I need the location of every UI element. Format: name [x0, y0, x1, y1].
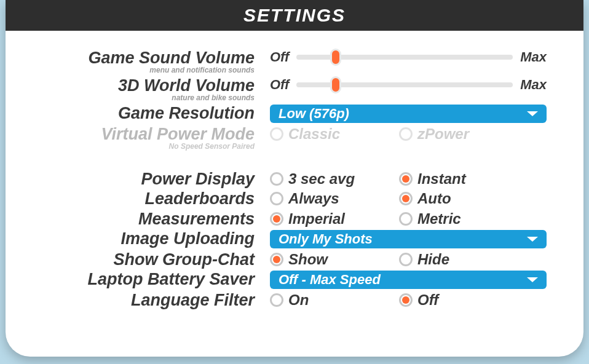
radio-group-chat: Show Hide	[270, 251, 547, 268]
label-language-filter: Language Filter	[131, 291, 255, 309]
radio-show[interactable]: Show	[270, 251, 399, 268]
slider-track[interactable]	[296, 55, 513, 60]
slider-thumb[interactable]	[330, 76, 341, 93]
label-measurements: Measurements	[138, 210, 255, 228]
row-leaderboards: Leaderboards Always Auto	[42, 190, 547, 207]
slider-min-label: Off	[270, 49, 289, 65]
radio-hide[interactable]: Hide	[399, 251, 449, 268]
radio-power-display: 3 sec avg Instant	[270, 170, 547, 188]
radio-metric[interactable]: Metric	[399, 210, 461, 228]
row-virtual-power-mode: Virtual Power Mode No Speed Sensor Paire…	[42, 125, 547, 151]
radio-label: Metric	[417, 210, 461, 228]
radio-icon[interactable]	[270, 293, 283, 307]
radio-label: Always	[288, 190, 339, 207]
slider-max-label: Max	[520, 77, 547, 93]
slider-3d-world-volume[interactable]: Off Max	[270, 77, 547, 93]
label-show-group-chat: Show Group-Chat	[114, 250, 255, 269]
radio-label: On	[288, 291, 309, 309]
label-image-uploading: Image Uploading	[121, 229, 255, 248]
radio-zpower: zPower	[399, 125, 469, 143]
radio-virtual-power-mode: Classic zPower	[270, 125, 547, 143]
row-measurements: Measurements Imperial Metric	[42, 210, 547, 228]
radio-auto[interactable]: Auto	[399, 190, 451, 207]
chevron-down-icon	[527, 237, 538, 242]
radio-icon	[270, 127, 283, 141]
radio-classic: Classic	[270, 125, 399, 143]
radio-icon[interactable]	[399, 253, 413, 266]
radio-label: Off	[417, 291, 438, 309]
slider-min-label: Off	[270, 77, 289, 93]
radio-label: Classic	[288, 125, 340, 143]
dropdown-value: Low (576p)	[279, 106, 349, 122]
radio-icon	[399, 127, 413, 141]
radio-icon[interactable]	[270, 253, 283, 266]
settings-panel: SETTINGS Game Sound Volume menu and noti…	[6, 0, 583, 357]
radio-label: Hide	[417, 251, 449, 268]
radio-off[interactable]: Off	[399, 291, 438, 309]
page-title: SETTINGS	[243, 5, 346, 26]
radio-3secavg[interactable]: 3 sec avg	[270, 170, 399, 188]
radio-icon[interactable]	[399, 192, 413, 205]
label-game-sound: Game Sound Volume	[88, 49, 255, 67]
sub-virtual-power-mode: No Speed Sensor Paired	[42, 143, 255, 151]
radio-instant[interactable]: Instant	[399, 170, 466, 188]
radio-label: Auto	[417, 190, 451, 207]
radio-language-filter: On Off	[270, 291, 547, 309]
row-show-group-chat: Show Group-Chat Show Hide	[42, 251, 547, 268]
radio-icon[interactable]	[270, 212, 283, 226]
dropdown-laptop-battery-saver[interactable]: Off - Max Speed	[270, 271, 547, 289]
radio-label: 3 sec avg	[288, 170, 355, 188]
row-image-uploading: Image Uploading Only My Shots	[42, 230, 547, 248]
dropdown-game-resolution[interactable]: Low (576p)	[270, 105, 547, 123]
radio-measurements: Imperial Metric	[270, 210, 547, 228]
radio-icon[interactable]	[270, 192, 283, 205]
slider-thumb[interactable]	[330, 49, 341, 66]
dropdown-image-uploading[interactable]: Only My Shots	[270, 230, 547, 248]
label-laptop-battery-saver: Laptop Battery Saver	[87, 270, 255, 288]
label-virtual-power-mode: Virtual Power Mode	[101, 125, 255, 143]
radio-label: Show	[288, 251, 328, 268]
row-laptop-battery-saver: Laptop Battery Saver Off - Max Speed	[42, 271, 547, 289]
slider-track[interactable]	[296, 82, 513, 87]
settings-header: SETTINGS	[6, 0, 583, 31]
slider-max-label: Max	[520, 49, 547, 65]
row-game-resolution: Game Resolution Low (576p)	[42, 105, 547, 123]
radio-icon[interactable]	[399, 172, 413, 186]
radio-icon[interactable]	[270, 172, 283, 186]
label-power-display: Power Display	[141, 170, 255, 188]
row-power-display: Power Display 3 sec avg Instant	[42, 170, 547, 188]
radio-label: Imperial	[288, 210, 345, 228]
dropdown-value: Off - Max Speed	[279, 272, 381, 288]
slider-game-sound[interactable]: Off Max	[270, 49, 547, 65]
label-game-resolution: Game Resolution	[118, 104, 255, 122]
row-game-sound: Game Sound Volume menu and notification …	[42, 49, 547, 74]
radio-icon[interactable]	[399, 293, 413, 307]
radio-icon[interactable]	[399, 212, 413, 226]
radio-label: Instant	[417, 170, 466, 188]
chevron-down-icon	[527, 111, 538, 116]
dropdown-value: Only My Shots	[279, 231, 373, 247]
radio-label: zPower	[417, 125, 469, 143]
label-leaderboards: Leaderboards	[144, 189, 255, 208]
row-language-filter: Language Filter On Off	[42, 291, 547, 309]
radio-on[interactable]: On	[270, 291, 399, 309]
radio-imperial[interactable]: Imperial	[270, 210, 399, 228]
sub-game-sound: menu and notification sounds	[42, 66, 255, 74]
radio-always[interactable]: Always	[270, 190, 399, 207]
sub-3d-world-volume: nature and bike sounds	[42, 94, 255, 102]
settings-rows: Game Sound Volume menu and notification …	[6, 31, 583, 324]
label-3d-world-volume: 3D World Volume	[118, 76, 255, 95]
chevron-down-icon	[527, 277, 538, 282]
row-3d-world-volume: 3D World Volume nature and bike sounds O…	[42, 77, 547, 102]
radio-leaderboards: Always Auto	[270, 190, 547, 207]
